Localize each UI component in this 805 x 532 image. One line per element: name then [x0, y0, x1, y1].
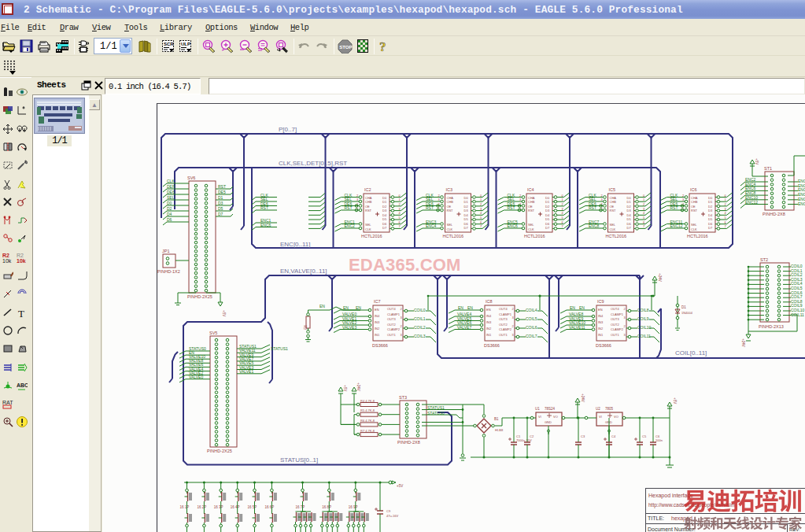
- svg-text:D3: D3: [627, 209, 632, 212]
- svg-text:6: 6: [725, 220, 727, 224]
- svg-text:+5V: +5V: [755, 158, 759, 164]
- svg-text:D6: D6: [464, 222, 469, 226]
- svg-text:HCTL2016: HCTL2016: [524, 234, 545, 238]
- svg-text:OUT3: OUT3: [387, 317, 396, 321]
- svg-text:1: 1: [562, 198, 564, 201]
- svg-text:6: 6: [562, 220, 564, 224]
- svg-text:ENC6: ENC6: [260, 223, 271, 227]
- svg-text:D5: D5: [218, 206, 223, 211]
- svg-text:SEL: SEL: [447, 223, 453, 227]
- svg-text:2: 2: [624, 307, 626, 311]
- svg-text:2: 2: [356, 194, 359, 198]
- svg-text:U1: U1: [535, 407, 540, 411]
- svg-text:?: ?: [379, 39, 386, 54]
- svg-text:SV6: SV6: [187, 175, 195, 180]
- svg-text:D0: D0: [464, 196, 469, 200]
- svg-text:DER: DER: [167, 184, 175, 189]
- svg-text:VALVE3: VALVE3: [342, 325, 356, 330]
- svg-text:IC7: IC7: [374, 299, 381, 304]
- svg-text:4: 4: [725, 211, 727, 215]
- svg-text:OUT2: OUT2: [611, 323, 619, 327]
- svg-text:RST: RST: [691, 209, 698, 212]
- svg-text:COIL2: COIL2: [414, 325, 426, 330]
- svg-text:+5V: +5V: [673, 397, 677, 404]
- svg-text:DS3666: DS3666: [372, 343, 388, 348]
- svg-text:HI-B8: HI-B8: [495, 428, 504, 432]
- svg-text:7: 7: [562, 224, 564, 228]
- svg-text:0: 0: [643, 194, 645, 198]
- svg-text:ST1: ST1: [764, 166, 772, 171]
- svg-text:3: 3: [438, 198, 441, 201]
- svg-text:D0: D0: [167, 201, 172, 205]
- svg-text:IN3: IN3: [598, 320, 604, 324]
- svg-text:EN: EN: [579, 305, 585, 310]
- svg-text:COIL11: COIL11: [637, 334, 651, 338]
- svg-text:COIL6: COIL6: [526, 325, 537, 330]
- svg-text:C5: C5: [642, 434, 647, 438]
- svg-text:CHA: CHA: [610, 196, 617, 200]
- svg-text:RST: RST: [426, 205, 434, 210]
- svg-text:OUT1: OUT1: [499, 333, 508, 337]
- svg-text:OE: OE: [447, 205, 452, 209]
- svg-text:ENC11: ENC11: [798, 201, 805, 206]
- svg-text:IN2: IN2: [486, 327, 492, 331]
- svg-text:7: 7: [399, 224, 401, 228]
- svg-text:D3: D3: [545, 209, 550, 212]
- svg-text:STOP: STOP: [339, 45, 352, 50]
- svg-text:IN1: IN1: [375, 333, 380, 337]
- svg-text:7: 7: [480, 224, 482, 228]
- svg-text:RAT: RAT: [2, 400, 13, 405]
- svg-text:+24V: +24V: [581, 393, 585, 402]
- svg-text:TITLE:: TITLE:: [648, 515, 664, 521]
- svg-text:D0: D0: [708, 196, 713, 200]
- svg-text:PINHD-1X2: PINHD-1X2: [157, 269, 180, 274]
- svg-text:D3: D3: [708, 209, 713, 212]
- svg-text:COIL7: COIL7: [526, 334, 537, 338]
- svg-text:16 3P: 16 3P: [214, 505, 223, 509]
- svg-text:IC6: IC6: [690, 187, 697, 192]
- svg-text:VI: VI: [538, 415, 541, 419]
- svg-text:RST: RST: [218, 184, 226, 189]
- svg-text:CHA: CHA: [447, 196, 454, 200]
- svg-text:OUT4: OUT4: [387, 307, 396, 311]
- svg-text:RST: RST: [528, 209, 535, 212]
- svg-text:B1: B1: [494, 417, 499, 421]
- svg-text:EN: EN: [570, 305, 575, 310]
- svg-text:3: 3: [356, 198, 359, 201]
- svg-text:GND: GND: [545, 420, 552, 424]
- svg-text:SEL: SEL: [528, 223, 534, 227]
- svg-text:COIL[0..11]: COIL[0..11]: [675, 349, 707, 357]
- svg-text:OUT1: OUT1: [387, 333, 396, 337]
- svg-text:D2: D2: [464, 205, 469, 209]
- svg-text:EN: EN: [319, 304, 325, 308]
- svg-text:RST: RST: [508, 205, 515, 210]
- svg-text:CLAMP1: CLAMP1: [499, 312, 512, 316]
- svg-text:16 2P: 16 2P: [197, 505, 206, 509]
- svg-text:D2: D2: [627, 205, 632, 209]
- svg-text:PINHD-2X13: PINHD-2X13: [759, 324, 784, 329]
- svg-text:2: 2: [682, 194, 685, 198]
- svg-text:CHA: CHA: [691, 196, 698, 200]
- svg-text:5: 5: [399, 216, 401, 220]
- svg-text:IC3: IC3: [446, 187, 453, 192]
- svg-text:ULP: ULP: [181, 42, 190, 46]
- svg-text:COIL10: COIL10: [637, 325, 651, 330]
- svg-text:CLK: CLK: [447, 227, 453, 231]
- svg-text:RST: RST: [447, 209, 454, 212]
- svg-text:U2: U2: [596, 407, 600, 411]
- svg-text:D5: D5: [545, 217, 550, 221]
- svg-text:IC5: IC5: [609, 187, 616, 192]
- svg-text:2: 2: [512, 307, 515, 311]
- svg-text:JP1: JP1: [162, 249, 169, 253]
- svg-text:ENC12: ENC12: [670, 224, 683, 228]
- svg-text:R5 4.7K-8: R5 4.7K-8: [360, 408, 375, 412]
- svg-text:D4: D4: [545, 213, 550, 217]
- svg-text:SCR: SCR: [164, 42, 174, 46]
- svg-text:D2: D2: [382, 205, 387, 209]
- svg-text:2: 2: [725, 202, 727, 206]
- svg-text:°: °: [23, 105, 24, 110]
- svg-text:PINHD-2X25: PINHD-2X25: [207, 449, 232, 453]
- svg-text:D1: D1: [218, 195, 223, 200]
- svg-text:OUT3: OUT3: [611, 317, 619, 321]
- svg-text:R4 4.7K-8: R4 4.7K-8: [360, 399, 375, 403]
